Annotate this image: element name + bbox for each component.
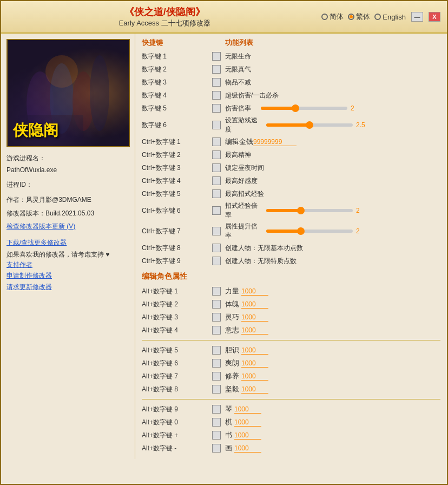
attr-input-2[interactable] [241,313,268,322]
attr2-label-1: 爽朗 [225,358,239,368]
attr-checkbox-2[interactable] [212,313,221,322]
attr2-shortcut-2: Alt+数字键 7 [142,372,212,381]
column-headers: 快捷键 功能列表 [142,38,440,48]
shortcut-5: 数字键 6 [142,121,212,130]
attr-input-1[interactable] [241,300,268,309]
attr2-input-2[interactable] [241,372,268,381]
feature-row-3: 数字键 4 超级伤害/一击必杀 [142,89,440,102]
feature-row-7: Ctrl+数字键 2 最高精神 [142,148,440,161]
slider-thumb-5[interactable] [306,121,313,129]
attr3-input-1[interactable] [234,418,261,427]
attr2-shortcut-3: Alt+数字键 8 [142,385,212,394]
checkbox-4[interactable] [212,104,221,113]
attr-input-0[interactable] [241,287,268,296]
checkbox-3[interactable] [212,91,221,100]
version-label: 修改器版本：Build.2021.05.03 [6,208,129,220]
col-shortcut-header: 快捷键 [142,38,212,48]
checkbox-11[interactable] [212,206,221,215]
attrs-group-1: Alt+数字键 1 力量 Alt+数字键 2 体魄 Al [142,285,440,337]
feature-row-10: Ctrl+数字键 5 最高招式经验 [142,187,440,200]
attr2-input-3[interactable] [241,385,268,394]
attr2-checkbox-1[interactable] [212,359,221,368]
checkbox-12[interactable] [212,227,221,235]
slider-fill-4 [261,107,295,110]
slider-thumb-4[interactable] [292,104,299,112]
lang-option-english[interactable]: English [374,13,406,21]
attr3-checkbox-0[interactable] [212,405,221,414]
attr2-row-1: Alt+数字键 6 爽朗 [142,357,440,370]
attr-checkbox-1[interactable] [212,300,221,309]
slider-fill-12 [266,230,301,233]
attr3-input-0[interactable] [234,405,261,414]
attr-label-3: 意志 [225,325,239,335]
checkbox-2[interactable] [212,78,221,87]
checkbox-0[interactable] [212,52,221,61]
attr3-shortcut-0: Alt+数字键 9 [142,405,212,414]
checkbox-6[interactable] [212,137,221,146]
slider-container-11: 招式经验倍率 2 [225,201,440,220]
feature-row-4: 数字键 5 伤害倍率 2 [142,102,440,115]
label-9: 最高好感度 [225,176,440,186]
shortcut-0: 数字键 1 [142,52,212,61]
attr3-checkbox-2[interactable] [212,431,221,440]
label-4: 伤害倍率 [225,104,258,113]
minimize-button[interactable]: — [411,12,423,22]
checkbox-1[interactable] [212,65,221,74]
attr-checkbox-0[interactable] [212,287,221,296]
feature-row-14: Ctrl+数字键 9 创建人物：无限特质点数 [142,254,440,267]
slider-thumb-12[interactable] [297,227,305,235]
checkbox-13[interactable] [212,244,221,252]
checkbox-8[interactable] [212,163,221,172]
checkbox-10[interactable] [212,189,221,198]
attr3-shortcut-1: Alt+数字键 0 [142,418,212,427]
link-request-update[interactable]: 请求更新修改器 [6,281,129,292]
slider-value-11: 2 [356,207,370,214]
slider-thumb-11[interactable] [297,207,305,214]
attr-input-container-2: 灵巧 [225,312,440,322]
attr3-checkbox-3[interactable] [212,444,221,453]
checkbox-9[interactable] [212,176,221,185]
attr2-checkbox-0[interactable] [212,346,221,355]
checkbox-7[interactable] [212,150,221,159]
attr2-checkbox-3[interactable] [212,385,221,394]
attr3-input-3[interactable] [234,444,261,453]
slider-track-12[interactable] [266,230,353,233]
attr2-checkbox-2[interactable] [212,372,221,381]
label-1: 无限真气 [225,65,440,74]
checkbox-14[interactable] [212,257,221,265]
lang-traditional-label: 繁体 [356,12,370,22]
label-13: 创建人物：无限基本功点数 [225,244,440,253]
attr3-input-container-1: 棋 [225,417,440,427]
attr2-input-0[interactable] [241,346,268,355]
close-button[interactable]: X [429,12,440,22]
left-panel: 侠隐阁 游戏进程名： PathOfWuxia.exe 进程ID： 作者：风灵月影… [1,34,135,459]
slider-track-5[interactable] [266,123,353,127]
app-title-main: 《侠之道/侠隐阁》 [8,5,321,18]
slider-container-12: 属性提升倍率 2 [225,222,440,240]
version-update-link[interactable]: 检查修改器版本更新 (V) [6,221,129,233]
lang-option-simplified[interactable]: 简体 [321,12,344,22]
link-support-author[interactable]: 支持作者 [6,259,129,270]
attr-input-3[interactable] [241,326,268,335]
attr-checkbox-3[interactable] [212,326,221,335]
edit-attrs-title: 编辑角色属性 [142,272,440,283]
feature-row-6: Ctrl+数字键 1 编辑金钱 [142,135,440,148]
attr3-row-1: Alt+数字键 0 棋 [142,416,440,429]
info-section: 游戏进程名： PathOfWuxia.exe 进程ID： 作者：风灵月影@3DM… [6,153,129,233]
slider-fill-11 [266,209,301,212]
checkbox-5[interactable] [212,121,221,129]
label-11: 招式经验倍率 [225,201,263,220]
lang-option-traditional[interactable]: 繁体 [348,12,370,22]
col-function-header: 功能列表 [225,38,253,48]
attr3-input-2[interactable] [234,431,261,440]
attr2-input-container-0: 胆识 [225,345,440,355]
radio-simplified [321,14,328,20]
slider-track-11[interactable] [266,209,353,212]
attr2-input-1[interactable] [241,359,268,368]
slider-track-4[interactable] [261,107,347,110]
money-input[interactable] [253,138,297,146]
link-request-trainer[interactable]: 申请制作修改器 [6,270,129,281]
attr-row-3: Alt+数字键 4 意志 [142,324,440,337]
attr3-checkbox-1[interactable] [212,418,221,427]
link-more-trainers[interactable]: 下载/查找更多修改器 [6,237,129,248]
